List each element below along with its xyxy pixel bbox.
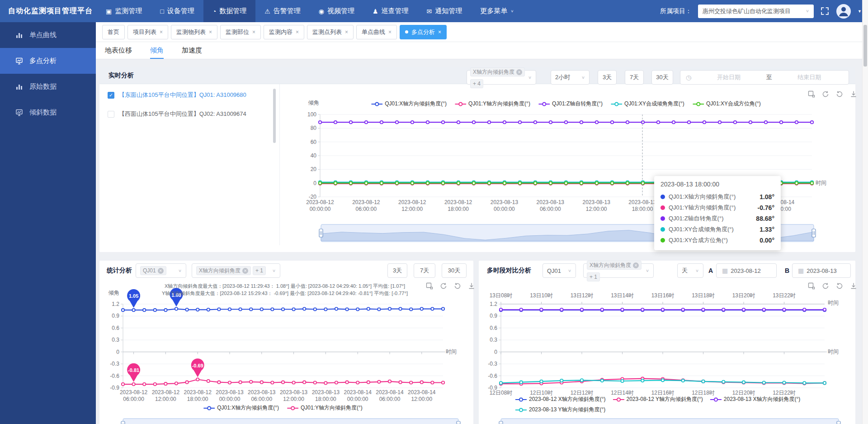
restore-icon[interactable] xyxy=(821,90,830,98)
bar-chart-icon xyxy=(15,83,23,91)
legend-item[interactable]: QJ01:X轴方向倾斜角度(°) xyxy=(371,100,447,108)
axis-label: -0.3 xyxy=(466,361,497,367)
tooltip-row: QJ01:Y轴方向倾斜角度(°)-0.76° xyxy=(660,202,774,213)
subtab-倾角[interactable]: 倾角 xyxy=(150,42,164,59)
tab-close-icon[interactable]: × xyxy=(345,29,348,35)
nav-menu-alert[interactable]: ⚠告警管理 xyxy=(255,0,310,22)
tag-close-icon[interactable]: × xyxy=(516,69,522,75)
tab-close-icon[interactable]: × xyxy=(296,29,299,35)
tab-监测部位[interactable]: 监测部位× xyxy=(220,25,261,39)
nav-menu-video[interactable]: ◉视频管理 xyxy=(310,0,363,22)
stats-range-3d-button[interactable]: 3天 xyxy=(387,263,407,278)
stats-metric-select[interactable]: X轴方向倾斜角度× + 1 ∨ xyxy=(192,263,280,278)
tag-close-icon[interactable]: × xyxy=(158,268,164,274)
compare-unit-value: 天 xyxy=(682,267,693,275)
tooltip-series-value: 88.68° xyxy=(756,215,774,222)
project-select[interactable]: 惠州交投绿色矿山自动化监测项目 ∨ xyxy=(698,5,814,18)
legend-label: QJ01:XY合成方位角(°) xyxy=(706,100,761,108)
chevron-down-icon[interactable]: ▼ xyxy=(858,9,862,14)
checkbox-icon[interactable] xyxy=(108,111,114,118)
download-icon[interactable] xyxy=(849,90,858,98)
refresh-icon[interactable] xyxy=(453,282,462,290)
subtab-加速度[interactable]: 加速度 xyxy=(182,42,202,59)
legend-item[interactable]: QJ01:Y轴方向倾斜角度(°) xyxy=(455,100,530,108)
point-tag[interactable]: QJ01× xyxy=(140,266,166,275)
tab-监测点列表[interactable]: 监测点列表× xyxy=(307,25,354,39)
tab-close-icon[interactable]: × xyxy=(388,29,392,35)
tooltip-row: QJ01:XY合成倾角角度(°)1.33° xyxy=(660,224,774,235)
range-30d-button[interactable]: 30天 xyxy=(651,70,673,85)
tab-监测物列表[interactable]: 监测物列表× xyxy=(171,25,217,39)
range-3d-button[interactable]: 3天 xyxy=(598,70,617,85)
sidebar-item-多点分析[interactable]: 多点分析 xyxy=(0,48,96,74)
legend-item[interactable]: QJ01:XY合成倾角角度(°) xyxy=(611,100,684,108)
sidebar-item-倾斜数据[interactable]: 倾斜数据 xyxy=(0,100,96,125)
axis-label: 时间 xyxy=(828,348,839,355)
refresh-icon[interactable] xyxy=(835,282,844,290)
nav-menu-device[interactable]: □设备管理 xyxy=(151,0,203,22)
sidebar-item-原始数据[interactable]: 原始数据 xyxy=(0,74,96,100)
nav-menu-data[interactable]: ◔数据管理 xyxy=(203,0,255,22)
legend-item[interactable]: 2023-08-13 Y轴方向倾斜角度(°) xyxy=(515,406,605,414)
monitor-point-row[interactable]: 【西面山体105平台中间位置】QJ02: A31009674 xyxy=(104,105,276,123)
download-icon[interactable] xyxy=(849,282,858,290)
tab-多点分析[interactable]: 多点分析× xyxy=(400,25,447,39)
subtab-地表位移[interactable]: 地表位移 xyxy=(105,42,132,59)
legend-item[interactable]: 2023-08-13 X轴方向倾斜角度(°) xyxy=(710,395,801,403)
start-date-input[interactable]: 开始日期 xyxy=(695,73,762,81)
stats-range-7d-button[interactable]: 7天 xyxy=(414,263,435,278)
chevron-down-icon: ∨ xyxy=(646,268,649,273)
tab-项目列表[interactable]: 项目列表× xyxy=(127,25,168,39)
legend-item[interactable]: 2023-08-12 X轴方向倾斜角度(°) xyxy=(515,395,606,403)
tab-close-icon[interactable]: × xyxy=(160,29,163,35)
sidebar-item-单点曲线[interactable]: 单点曲线 xyxy=(0,22,96,48)
zoom-select-icon[interactable] xyxy=(425,282,434,290)
zoom-select-icon[interactable] xyxy=(807,90,816,98)
stats-point-select[interactable]: QJ01× ∨ xyxy=(136,263,186,278)
stats-range-30d-button[interactable]: 30天 xyxy=(442,263,467,278)
legend-item[interactable]: QJ01:XY合成方位角(°) xyxy=(693,100,761,108)
tab-close-icon[interactable]: × xyxy=(252,29,255,35)
fullscreen-icon[interactable] xyxy=(820,6,830,16)
legend-label: 2023-08-12 Y轴方向倾斜角度(°) xyxy=(627,395,703,403)
nav-menu-notify[interactable]: ✉通知管理 xyxy=(418,0,472,22)
chevron-down-icon: ∨ xyxy=(581,75,585,80)
metric-tag[interactable]: X轴方向倾斜角度× xyxy=(196,266,251,275)
compare-a-date-picker[interactable]: ▦ 2023-08-12 xyxy=(716,263,777,278)
compare-point-select[interactable]: QJ01 ∨ xyxy=(542,263,576,278)
tag-close-icon[interactable]: × xyxy=(242,268,248,274)
legend-item[interactable]: QJ01:Z轴自转角度(°) xyxy=(538,100,603,108)
tab-首页[interactable]: 首页 xyxy=(102,25,125,39)
avatar[interactable] xyxy=(836,4,851,19)
page-scrollbar[interactable] xyxy=(862,0,868,424)
nav-menu-more[interactable]: 更多菜单∨ xyxy=(471,0,523,22)
tab-单点曲线[interactable]: 单点曲线× xyxy=(356,25,397,39)
metric-tag[interactable]: X轴方向倾斜角度 × xyxy=(470,67,525,76)
nav-menu-monitor[interactable]: ▣监测管理 xyxy=(97,0,151,22)
restore-icon[interactable] xyxy=(821,282,830,290)
date-range-picker[interactable]: ◷ 开始日期 至 结束日期 xyxy=(680,70,849,85)
end-date-input[interactable]: 结束日期 xyxy=(776,73,843,81)
compare-unit-select[interactable]: 天 ∨ xyxy=(677,263,703,278)
page-scrollbar-thumb[interactable] xyxy=(863,25,867,67)
tab-close-icon[interactable]: × xyxy=(209,29,212,35)
metric-tag[interactable]: X轴方向倾斜角度 × xyxy=(587,261,642,270)
compare-b-date-picker[interactable]: ▦ 2023-08-13 xyxy=(792,263,851,278)
restore-icon[interactable] xyxy=(439,282,448,290)
legend-item[interactable]: 2023-08-12 Y轴方向倾斜角度(°) xyxy=(613,395,703,403)
monitor-point-row[interactable]: ✓【东面山体105平台中间位置】QJ01: A31009680 xyxy=(104,86,276,104)
list-scrollbar[interactable] xyxy=(273,89,276,143)
interval-select[interactable]: 2小时 ∨ xyxy=(551,70,590,85)
refresh-icon[interactable] xyxy=(835,90,844,98)
checkbox-checked-icon[interactable]: ✓ xyxy=(108,92,114,99)
zoom-select-icon[interactable] xyxy=(807,282,816,290)
tab-close-icon[interactable]: × xyxy=(438,29,441,35)
download-icon[interactable] xyxy=(467,282,476,290)
series-dot-icon xyxy=(660,205,665,210)
nav-menu-patrol[interactable]: ♟巡查管理 xyxy=(363,0,418,22)
legend-item[interactable]: QJ01:X轴方向倾斜角度(°) xyxy=(203,404,279,412)
tab-监测内容[interactable]: 监测内容× xyxy=(264,25,304,39)
legend-item[interactable]: QJ01:Y轴方向倾斜角度(°) xyxy=(287,404,363,412)
range-7d-button[interactable]: 7天 xyxy=(625,70,644,85)
tag-close-icon[interactable]: × xyxy=(633,262,639,268)
